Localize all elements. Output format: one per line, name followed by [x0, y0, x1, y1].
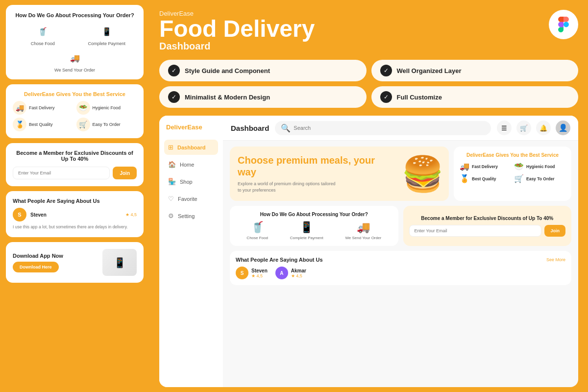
sidebar-item-setting[interactable]: ⚙ Setting	[164, 208, 218, 223]
search-bar[interactable]: 🔍	[275, 121, 491, 135]
brand-tagline: DeliverEase	[159, 10, 315, 17]
member-join-button-dash[interactable]: Join	[544, 225, 565, 237]
member-card-left: Become a Member for Exclusive Discounts …	[6, 143, 144, 186]
right-panel: DeliverEase Food Delivery Dashboard ✓ St…	[149, 0, 588, 392]
svc-quality: 🏅 Best Quality	[460, 174, 511, 183]
order-card-dashboard: How Do We Go About Processing Your Order…	[230, 206, 398, 246]
member-card-title-dash: Become a Member for Exclusive Discounts …	[409, 216, 566, 221]
svc-hygienic: 🥗 Hygienic Food	[514, 162, 565, 171]
easy-order-label: Easy To Order	[93, 122, 121, 127]
reviewer-name-0: Steven	[251, 268, 268, 273]
order-card-title: How Do We Go About Processing Your Order…	[236, 212, 392, 217]
hero-section: Choose premium meals, your way Explore a…	[230, 147, 571, 201]
quality-label-dash: Best Quality	[472, 176, 496, 181]
reviewer-item-0: S Steven ★ 4,5	[236, 267, 268, 279]
service-card-title-dashboard: DeliverEase Gives You the Best Service	[460, 152, 565, 158]
reviewer-avatar-0: S	[236, 267, 248, 279]
dashboard-topbar: Dashboard 🔍 ☰ 🛒 🔔 👤	[223, 116, 578, 141]
chose-food-label-dash: Chose Food	[246, 236, 268, 240]
payment-label: Complete Payment	[88, 41, 125, 46]
member-title-left: Become a Member for Exclusive Discounts …	[13, 150, 137, 162]
member-input-row: Join	[13, 167, 137, 179]
order-step-food: 🥤 Chose Food	[246, 221, 268, 240]
sidebar-item-shop[interactable]: 🏪 Shop	[164, 174, 218, 189]
reviewer-item-1: A Akmar ★ 4,5	[275, 267, 306, 279]
feature-label-1: Well Organized Layer	[397, 67, 462, 74]
see-more-button[interactable]: See More	[546, 257, 565, 262]
notification-icon-button[interactable]: 🔔	[536, 121, 551, 135]
sidebar-item-dashboard[interactable]: ⊞ Dashboard	[164, 140, 218, 155]
figma-icon	[549, 10, 578, 39]
home-nav-label: Home	[180, 162, 194, 168]
user-avatar[interactable]: 👤	[556, 121, 570, 135]
check-icon-0: ✓	[168, 65, 180, 76]
hygienic-icon: 🥗	[76, 101, 90, 115]
rating-value: 4,5	[130, 212, 137, 217]
review-text: I use this app a lot, but sometimes ther…	[13, 224, 137, 230]
payment-icon-dash: 📱	[300, 221, 313, 234]
check-icon-3: ✓	[380, 91, 392, 103]
reviews-title-dashboard: What People Are Saying About Us	[236, 257, 323, 263]
delivery-icon-dash: 🚚	[357, 221, 370, 234]
topbar-title: Dashboard	[231, 124, 269, 132]
member-email-input-dash[interactable]	[409, 225, 542, 237]
delivery-label-dash: We Send Your Order	[345, 236, 381, 240]
search-input[interactable]	[294, 125, 485, 131]
service-title-left: DeliverEase Gives You the Best Service	[13, 91, 137, 97]
reviewer-row: S Steven ★ 4,5	[13, 208, 137, 221]
reviewer-avatar-1: A	[275, 267, 288, 279]
brand-info: DeliverEase Food Delivery Dashboard	[159, 10, 315, 52]
feature-badge-0: ✓ Style Guide and Component	[159, 60, 367, 81]
download-card-left: Download App Now Download Here 📱	[6, 242, 144, 283]
payment-icon: 📱	[97, 24, 117, 39]
filter-icon-button[interactable]: ☰	[497, 121, 512, 135]
chose-food-icon-dash: 🥤	[251, 221, 264, 234]
setting-nav-icon: ⚙	[168, 212, 174, 220]
feature-badge-2: ✓ Minimalist & Modern Design	[159, 86, 367, 108]
easy-order-label-dash: Easy To Order	[526, 176, 554, 181]
left-panel: How Do We Go About Processing Your Order…	[0, 0, 149, 392]
favorite-nav-label: Favorite	[178, 196, 197, 202]
order-step-delivery: 🚚 We Send Your Order	[345, 221, 381, 240]
sidebar-item-favorite[interactable]: ♡ Favorite	[164, 191, 218, 206]
check-icon-1: ✓	[380, 65, 392, 76]
service-easy-order: 🛒 Easy To Order	[76, 118, 137, 131]
easy-order-icon-dash: 🛒	[514, 174, 524, 183]
cart-icon-button[interactable]: 🛒	[516, 121, 531, 135]
dashboard-nav-label: Dashboard	[177, 145, 205, 150]
chose-food-label: Chose Food	[31, 41, 55, 46]
favorite-nav-icon: ♡	[168, 195, 174, 202]
dashboard-content: Choose premium meals, your way Explore a…	[223, 141, 578, 387]
sidebar-item-home[interactable]: 🏠 Home	[164, 157, 218, 172]
step-delivery: 🚚 We Send Your Order	[13, 50, 137, 73]
reviewer-rating: ★ 4,5	[125, 212, 137, 217]
fast-delivery-label-dash: Fast Delivery	[472, 164, 498, 169]
home-nav-icon: 🏠	[168, 161, 176, 168]
reviewer-rating-0: ★ 4,5	[251, 273, 268, 278]
hygienic-icon-dash: 🥗	[514, 162, 524, 171]
shop-nav-label: Shop	[180, 179, 193, 185]
member-email-input[interactable]	[13, 167, 110, 179]
feature-label-3: Full Customize	[397, 94, 442, 101]
download-title: Download App Now	[13, 253, 98, 259]
order-steps-card: How Do We Go About Processing Your Order…	[6, 5, 144, 79]
download-button[interactable]: Download Here	[13, 262, 59, 272]
bottom-section: How Do We Go About Processing Your Order…	[230, 206, 571, 246]
service-quality: 🏅 Best Quality	[13, 118, 74, 131]
reviewer-avatar: S	[13, 208, 26, 221]
hygienic-label: Hygienic Food	[93, 105, 121, 110]
dashboard-main: Dashboard 🔍 ☰ 🛒 🔔 👤 Choose premium	[223, 116, 578, 387]
reviewers-row: S Steven ★ 4,5 A Akmar ★ 4,5	[236, 267, 565, 279]
check-icon-2: ✓	[168, 91, 180, 103]
reviews-card-left: What People Are Saying About Us S Steven…	[6, 191, 144, 237]
member-join-button[interactable]: Join	[113, 167, 137, 179]
feature-badge-3: ✓ Full Customize	[371, 86, 579, 108]
burger-image: 🍔	[401, 157, 444, 191]
reviews-header: What People Are Saying About Us See More	[236, 257, 565, 263]
delivery-label: We Send Your Order	[54, 68, 95, 73]
brand-subtitle: Dashboard	[159, 41, 315, 52]
svc-fast-delivery: 🚚 Fast Delivery	[460, 162, 511, 171]
reviews-section-dashboard: What People Are Saying About Us See More…	[230, 251, 571, 285]
reviewer-rating-1: ★ 4,5	[291, 273, 306, 278]
service-card-left: DeliverEase Gives You the Best Service 🚚…	[6, 84, 144, 138]
